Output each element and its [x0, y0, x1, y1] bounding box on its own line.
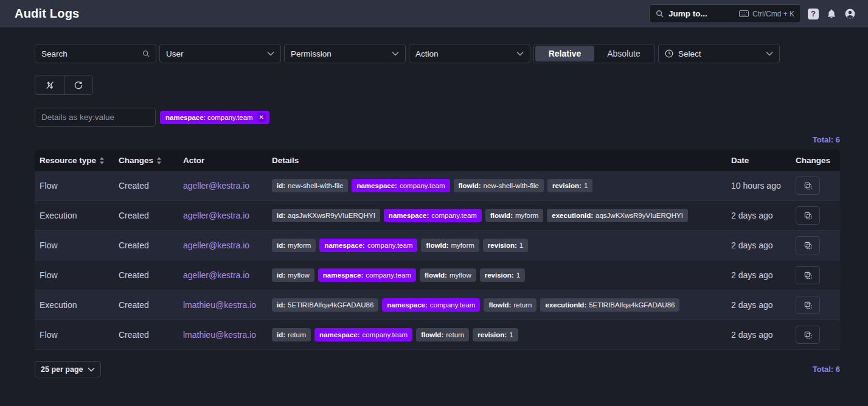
- toggle-absolute[interactable]: Absolute: [594, 46, 653, 61]
- jump-to-search[interactable]: Jump to... Ctrl/Cmd + K: [649, 4, 801, 23]
- table-row[interactable]: Execution Created ageller@kestra.io id:a…: [35, 201, 840, 231]
- detail-badge-flowId: flowId:myform: [421, 239, 479, 252]
- main-content: Search User Permission Action: [0, 44, 868, 377]
- actor-link[interactable]: lmathieu@kestra.io: [183, 330, 256, 340]
- table-footer: 25 per page Total: 6: [35, 361, 840, 377]
- search-icon: [142, 50, 150, 57]
- detail-badge-executionId: executionId:aqsJwKXwsR9yVIuERQHYI: [547, 209, 688, 222]
- table-row[interactable]: Flow Created ageller@kestra.io id:myform…: [35, 231, 840, 261]
- user-avatar-icon: [844, 8, 856, 19]
- cell-changes: Created: [119, 181, 183, 191]
- permission-filter-select[interactable]: Permission: [284, 44, 406, 63]
- auto-refresh-off-button[interactable]: [35, 75, 64, 94]
- table-row[interactable]: Flow Created ageller@kestra.io id:new-sh…: [35, 171, 840, 201]
- table-row[interactable]: Execution Created lmathieu@kestra.io id:…: [35, 290, 840, 320]
- details-filter-input[interactable]: [35, 108, 156, 127]
- diff-icon: [804, 211, 813, 220]
- per-page-select[interactable]: 25 per page: [35, 361, 101, 377]
- page-title: Audit Logs: [15, 7, 79, 21]
- detail-badge-namespace: namespace:company.team: [382, 298, 480, 312]
- cell-changes: Created: [119, 270, 183, 280]
- detail-badge-flowId: flowId:new-shell-with-file: [454, 179, 544, 192]
- table-row[interactable]: Flow Created lmathieu@kestra.io id:retur…: [35, 320, 840, 350]
- diff-icon: [804, 271, 813, 280]
- swap-vertical-off-icon: [45, 80, 55, 90]
- search-icon: [656, 10, 664, 18]
- table-row[interactable]: Flow Created ageller@kestra.io id:myflow…: [35, 261, 840, 290]
- refresh-button[interactable]: [64, 75, 92, 94]
- close-icon[interactable]: ✕: [257, 113, 266, 122]
- cell-date: 2 days ago: [731, 211, 793, 220]
- toggle-relative[interactable]: Relative: [535, 46, 594, 61]
- detail-badge-flowId: flowId:myform: [485, 209, 543, 222]
- per-page-label: 25 per page: [41, 365, 83, 374]
- user-filter-label: User: [166, 49, 267, 58]
- cell-date: 2 days ago: [731, 300, 793, 310]
- cell-date: 2 days ago: [731, 270, 793, 280]
- view-changes-button[interactable]: [796, 326, 820, 344]
- namespace-filter-chip[interactable]: namespace: company.team ✕: [160, 111, 269, 124]
- actor-link[interactable]: ageller@kestra.io: [183, 240, 249, 250]
- cell-changes: Created: [119, 211, 183, 220]
- topbar: Audit Logs Jump to... Ctrl/Cmd + K: [0, 0, 868, 27]
- time-range-label: Select: [678, 49, 766, 58]
- actor-link[interactable]: lmathieu@kestra.io: [183, 300, 256, 310]
- diff-icon: [804, 331, 813, 340]
- diff-icon: [804, 301, 813, 310]
- table-action-buttons: [35, 75, 93, 95]
- detail-badge-flowId: flowId:return: [484, 298, 536, 312]
- actor-link[interactable]: ageller@kestra.io: [183, 181, 249, 191]
- user-filter-select[interactable]: User: [159, 44, 281, 63]
- detail-badge-revision: revision:1: [473, 328, 518, 341]
- filter-bar: Search User Permission Action: [35, 44, 840, 63]
- detail-badge-id: id:return: [272, 328, 311, 341]
- header-resource-type[interactable]: Resource type: [35, 156, 119, 165]
- chevron-down-icon: [516, 51, 524, 56]
- notifications-button[interactable]: [825, 8, 838, 20]
- details-badges: id:returnnamespace:company.teamflowId:re…: [272, 328, 731, 341]
- details-badges: id:5ETlRIBAlfqa4kGFADAU86namespace:compa…: [272, 298, 731, 312]
- search-input[interactable]: Search: [35, 44, 156, 63]
- details-badges: id:aqsJwKXwsR9yVIuERQHYInamespace:compan…: [272, 209, 731, 222]
- time-mode-toggle: Relative Absolute: [533, 44, 655, 63]
- chevron-down-icon: [392, 51, 399, 56]
- header-details: Details: [272, 156, 731, 165]
- sort-icon: [99, 157, 105, 164]
- diff-icon: [804, 241, 813, 250]
- view-changes-button[interactable]: [796, 206, 820, 225]
- detail-badge-flowId: flowId:myflow: [420, 268, 476, 282]
- chevron-down-icon: [88, 367, 95, 372]
- view-changes-button[interactable]: [796, 177, 820, 195]
- detail-badge-revision: revision:1: [480, 268, 525, 282]
- view-changes-button[interactable]: [796, 266, 820, 284]
- account-button[interactable]: [844, 8, 856, 20]
- header-changes[interactable]: Changes: [119, 156, 183, 165]
- chevron-down-icon: [267, 51, 274, 56]
- cell-changes: Created: [119, 240, 183, 250]
- table-body: Flow Created ageller@kestra.io id:new-sh…: [35, 171, 840, 350]
- detail-badge-namespace: namespace:company.team: [318, 268, 416, 282]
- permission-filter-label: Permission: [291, 49, 392, 58]
- action-filter-select[interactable]: Action: [409, 44, 530, 63]
- action-filter-label: Action: [415, 49, 516, 58]
- keyboard-icon: [739, 10, 749, 17]
- view-changes-button[interactable]: [796, 296, 820, 314]
- details-badges: id:myformnamespace:company.teamflowId:my…: [272, 239, 731, 252]
- cell-resource-type: Flow: [35, 240, 119, 250]
- header-actor: Actor: [183, 156, 272, 165]
- namespace-chip-text: namespace: company.team: [165, 114, 253, 121]
- cell-date: 10 hours ago: [731, 181, 793, 191]
- cell-changes: Created: [119, 330, 183, 340]
- jump-to-shortcut: Ctrl/Cmd + K: [752, 10, 794, 18]
- view-changes-button[interactable]: [796, 236, 820, 254]
- table-header-row: Resource type Changes Actor Details Date…: [35, 150, 840, 171]
- detail-badge-namespace: namespace:company.team: [384, 209, 482, 222]
- audit-logs-table: Resource type Changes Actor Details Date…: [35, 150, 840, 350]
- details-badges: id:new-shell-with-filenamespace:company.…: [272, 179, 731, 192]
- time-range-select[interactable]: Select: [658, 44, 780, 63]
- actor-link[interactable]: ageller@kestra.io: [183, 211, 249, 220]
- detail-badge-flowId: flowId:return: [416, 328, 469, 341]
- actor-link[interactable]: ageller@kestra.io: [183, 270, 249, 280]
- detail-badge-id: id:5ETlRIBAlfqa4kGFADAU86: [272, 298, 378, 312]
- help-button[interactable]: ?: [807, 8, 819, 20]
